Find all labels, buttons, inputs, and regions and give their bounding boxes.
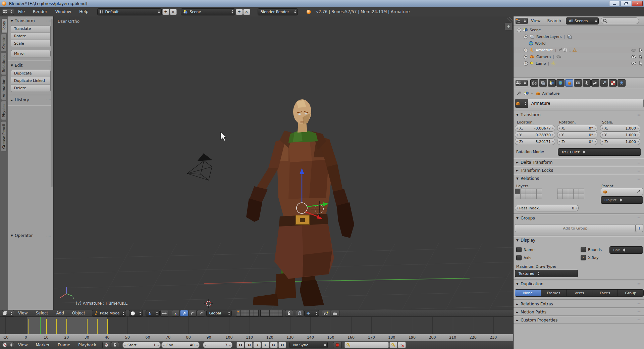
- outliner-item-label[interactable]: RenderLayers: [536, 35, 562, 39]
- shelf-tab-create[interactable]: Create: [1, 34, 7, 52]
- duplication-option-frames[interactable]: Frames: [541, 290, 567, 296]
- pivot-selector[interactable]: [146, 310, 160, 316]
- properties-tab-scene[interactable]: [548, 79, 556, 87]
- restore-button[interactable]: [621, 1, 631, 6]
- topbar-menu-file[interactable]: File: [14, 7, 29, 16]
- tool-button-duplicate[interactable]: Duplicate: [11, 70, 50, 77]
- keyframe-marker[interactable]: [97, 319, 98, 334]
- record-button[interactable]: [333, 342, 342, 348]
- duplication-option-group[interactable]: Group: [618, 290, 643, 296]
- outliner-item-label[interactable]: Lamp: [536, 61, 546, 66]
- outliner-item-label[interactable]: Camera: [536, 55, 551, 59]
- properties-tab-bone[interactable]: [591, 79, 599, 87]
- close-button[interactable]: ✕: [632, 1, 643, 6]
- panel-grip-icon[interactable]: ::::: [637, 169, 642, 172]
- panel-grip-icon[interactable]: ::::: [637, 239, 642, 242]
- transform-rotation-y-field[interactable]: ◂Y:0°▸: [557, 132, 597, 138]
- timeline-editor-selector[interactable]: [2, 342, 14, 348]
- tool-button-translate[interactable]: Translate: [11, 26, 50, 33]
- panel-grip-icon[interactable]: ::::: [637, 283, 642, 286]
- manipulator-translate-button[interactable]: [180, 310, 188, 316]
- properties-tab-bone-constraints[interactable]: [600, 79, 608, 87]
- properties-tab-constraints[interactable]: [574, 79, 582, 87]
- pivot-align-toggle[interactable]: [160, 310, 168, 316]
- current-frame-marker[interactable]: [40, 317, 41, 334]
- open-properties-region-button[interactable]: +: [504, 22, 513, 31]
- info-editor-selector[interactable]: [2, 9, 14, 15]
- start-frame-field[interactable]: ◂Start:1▸: [122, 342, 161, 348]
- viewport-menu-add[interactable]: Add: [52, 309, 68, 318]
- tool-button-scale[interactable]: Scale: [11, 40, 50, 47]
- manipulator-scale-button[interactable]: [197, 310, 205, 316]
- panel-toggle-icon[interactable]: ►: [516, 318, 519, 322]
- pass-index-field[interactable]: ◂Pass Index:0▸: [515, 205, 579, 211]
- frame-lock-button[interactable]: [111, 342, 119, 348]
- timeline-menu-marker[interactable]: Marker: [32, 341, 53, 349]
- cursor-arrow-icon[interactable]: [639, 54, 643, 59]
- panel-grip-icon[interactable]: ::::: [637, 319, 642, 322]
- topbar-menu-help[interactable]: Help: [75, 7, 92, 16]
- transform-scale-z-field[interactable]: ◂Z:1.000▸: [600, 138, 640, 145]
- properties-panel-header-display[interactable]: ▼Display::::: [514, 236, 644, 244]
- outliner-item-label[interactable]: Armature: [536, 48, 553, 52]
- manipulator-rotate-button[interactable]: [189, 310, 197, 316]
- object-layers-grid[interactable]: [515, 189, 542, 199]
- keyframe-marker[interactable]: [46, 319, 47, 334]
- properties-tab-physics[interactable]: [618, 79, 626, 87]
- panel-toggle-icon[interactable]: ▼: [516, 113, 519, 116]
- properties-panel-header-transform[interactable]: ▼Transform::::: [514, 111, 644, 118]
- scene-selector[interactable]: Scene: [181, 8, 235, 15]
- transform-scale-x-field[interactable]: ◂X:1.000▸: [600, 125, 640, 132]
- snap-toggle-button[interactable]: [296, 310, 304, 316]
- outliner-menu-search[interactable]: Search: [544, 16, 564, 25]
- layer-lock-button[interactable]: [285, 310, 293, 316]
- bounds-type-selector[interactable]: Box: [609, 246, 643, 254]
- duplication-option-verts[interactable]: Verts: [567, 290, 592, 296]
- eye-dim-icon[interactable]: [631, 48, 636, 52]
- tool-button-mirror[interactable]: Mirror: [11, 50, 50, 57]
- timeline-editor[interactable]: -100102030405060708090100110120130140150…: [0, 317, 513, 341]
- viewport-menu-view[interactable]: View: [14, 309, 32, 318]
- duplication-option-faces[interactable]: Faces: [592, 290, 618, 296]
- panel-header-edit[interactable]: ▼Edit::::: [8, 61, 53, 69]
- properties-panel-header-groups[interactable]: ▼Groups::::: [514, 214, 644, 222]
- outliner-item-scene[interactable]: −Scene: [514, 27, 644, 33]
- panel-grip-icon[interactable]: ::::: [46, 19, 51, 22]
- outliner-item-label[interactable]: Scene: [530, 28, 541, 32]
- outliner-scope-selector[interactable]: All Scenes: [566, 17, 599, 24]
- orientation-selector[interactable]: Global: [206, 310, 232, 316]
- eye-icon[interactable]: [631, 61, 636, 66]
- properties-tab-render-layers[interactable]: [539, 79, 547, 87]
- shelf-tab-relations[interactable]: Relations: [1, 53, 7, 75]
- parent-field[interactable]: [601, 188, 643, 195]
- transform-location-x-field[interactable]: ◂X:-0.00677▸: [515, 125, 555, 132]
- topbar-menu-window[interactable]: Window: [51, 7, 75, 16]
- properties-panel-header-relations-extras[interactable]: ►Relations Extras::::: [514, 300, 644, 308]
- outliner-item-label[interactable]: World: [535, 41, 546, 46]
- eye-icon[interactable]: [631, 54, 636, 59]
- current-frame-field[interactable]: ◂7▸: [203, 342, 232, 348]
- properties-tab-object[interactable]: [565, 79, 573, 87]
- shelf-tab-grease-pencil[interactable]: Grease Pencil: [1, 121, 7, 151]
- opengl-animation-button[interactable]: [331, 310, 339, 316]
- properties-tab-armature-data[interactable]: [583, 79, 591, 87]
- render-engine-selector[interactable]: Blender Render: [258, 8, 298, 15]
- play-reverse-button[interactable]: ◀: [253, 342, 261, 348]
- keyframe-marker[interactable]: [107, 319, 108, 334]
- outliner-item-armature[interactable]: +Armature|: [514, 47, 644, 53]
- transform-scale-y-field[interactable]: ◂Y:1.000▸: [600, 132, 640, 138]
- panel-toggle-icon[interactable]: ►: [516, 302, 519, 306]
- expand-toggle-icon[interactable]: +: [524, 35, 528, 39]
- tool-button-delete[interactable]: Delete: [11, 85, 50, 92]
- tool-button-rotate[interactable]: Rotate: [11, 33, 50, 40]
- jump-end-button[interactable]: ▶▮: [278, 342, 286, 348]
- panel-grip-icon[interactable]: ::::: [637, 113, 642, 116]
- delete-scene-button[interactable]: ✕: [243, 9, 250, 15]
- end-frame-field[interactable]: ◂End:40▸: [161, 342, 200, 348]
- next-keyframe-button[interactable]: ▶▶: [270, 342, 278, 348]
- properties-tab-render[interactable]: [530, 79, 538, 87]
- panel-grip-icon[interactable]: ::::: [637, 311, 642, 314]
- shading-selector[interactable]: [129, 310, 143, 316]
- panel-toggle-icon[interactable]: ▼: [516, 216, 519, 220]
- add-scene-button[interactable]: +: [236, 9, 243, 15]
